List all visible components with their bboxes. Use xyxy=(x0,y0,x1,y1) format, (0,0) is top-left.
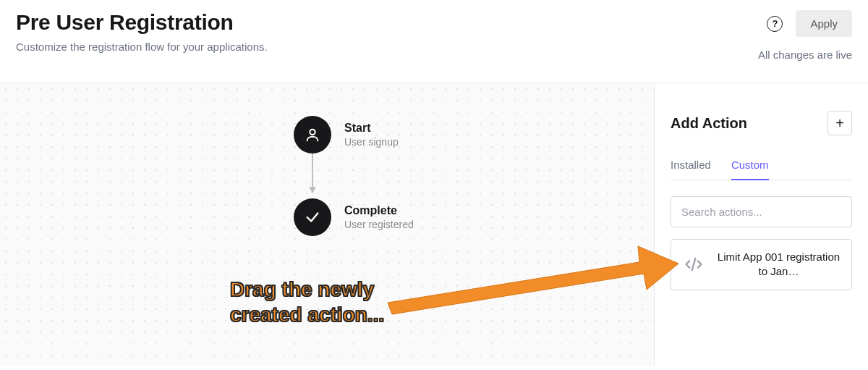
flow-node-complete-label: Complete xyxy=(344,203,414,217)
header-left: Pre User Registration Customize the regi… xyxy=(16,10,268,53)
status-text: All changes are live xyxy=(758,49,852,61)
action-card[interactable]: Limit App 001 registration to Jan… xyxy=(671,239,852,290)
flow-diagram: Start User signup Complete User register… xyxy=(294,116,414,236)
add-action-button[interactable]: + xyxy=(827,111,852,135)
search-input[interactable] xyxy=(671,196,852,227)
user-icon xyxy=(294,116,331,154)
help-icon[interactable]: ? xyxy=(767,16,783,32)
action-sidebar: Add Action + Installed Custom Limit App … xyxy=(655,83,868,366)
flow-connector-arrow xyxy=(312,154,313,193)
sidebar-title: Add Action xyxy=(671,115,747,132)
sidebar-header: Add Action + xyxy=(671,111,852,135)
annotation-line2: created action... xyxy=(230,302,384,327)
action-card-title: Limit App 001 registration to Jan… xyxy=(716,250,841,279)
page-header: Pre User Registration Customize the regi… xyxy=(0,0,868,83)
flow-node-start-sub: User signup xyxy=(344,135,399,148)
flow-node-start-text: Start User signup xyxy=(344,121,399,148)
sidebar-tabs: Installed Custom xyxy=(671,159,852,180)
check-icon xyxy=(294,198,331,236)
annotation-line1: Drag the newly xyxy=(230,277,384,302)
header-right: ? Apply All changes are live xyxy=(758,10,852,61)
header-actions: ? Apply xyxy=(767,10,852,37)
flow-node-complete-text: Complete User registered xyxy=(344,203,414,230)
page-subtitle: Customize the registration flow for your… xyxy=(16,41,268,53)
code-icon xyxy=(681,252,706,277)
apply-button[interactable]: Apply xyxy=(796,10,852,37)
flow-node-start: Start User signup xyxy=(294,116,414,154)
flow-node-complete-sub: User registered xyxy=(344,218,414,231)
flow-node-start-label: Start xyxy=(344,121,399,135)
svg-line-1 xyxy=(692,258,696,270)
tab-custom[interactable]: Custom xyxy=(731,159,769,180)
annotation-callout-text: Drag the newly created action... xyxy=(230,277,384,327)
main-area: Start User signup Complete User register… xyxy=(0,83,868,366)
tab-installed[interactable]: Installed xyxy=(671,159,711,180)
svg-point-0 xyxy=(310,130,315,135)
flow-node-complete: Complete User registered xyxy=(294,198,414,236)
page-title: Pre User Registration xyxy=(16,10,268,35)
plus-icon: + xyxy=(835,115,844,132)
